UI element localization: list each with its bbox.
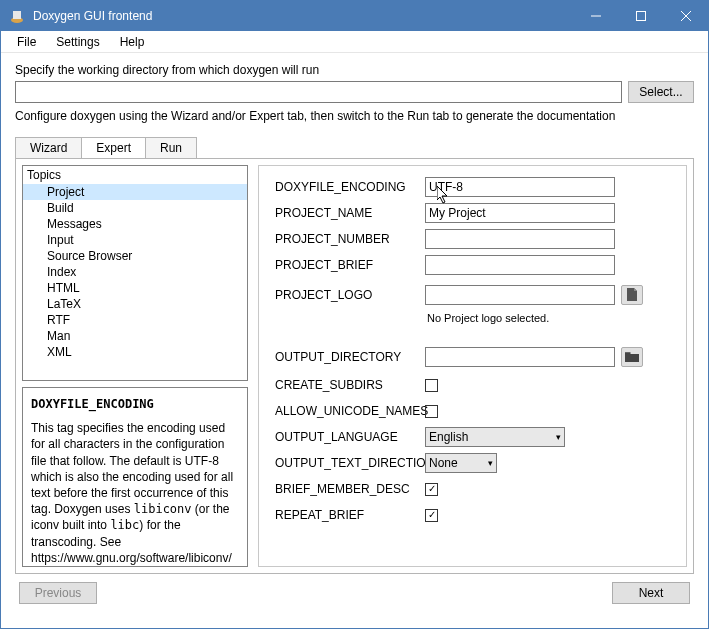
label-output-directory: OUTPUT_DIRECTORY (275, 350, 425, 364)
topic-item[interactable]: Messages (23, 216, 247, 232)
label-project-name: PROJECT_NAME (275, 206, 425, 220)
input-output-directory[interactable] (425, 347, 615, 367)
topic-item[interactable]: HTML (23, 280, 247, 296)
checkbox-brief-member-desc[interactable]: ✓ (425, 483, 438, 496)
tab-body: Topics ProjectBuildMessagesInputSource B… (15, 158, 694, 574)
file-icon (626, 288, 638, 302)
label-allow-unicode-names: ALLOW_UNICODE_NAMES (275, 404, 425, 418)
topics-panel: Topics ProjectBuildMessagesInputSource B… (22, 165, 248, 381)
topics-list[interactable]: ProjectBuildMessagesInputSource BrowserI… (23, 184, 247, 376)
menu-settings[interactable]: Settings (46, 33, 109, 51)
app-icon (9, 8, 25, 24)
tab-wizard[interactable]: Wizard (15, 137, 82, 158)
label-repeat-brief: REPEAT_BRIEF (275, 508, 425, 522)
label-output-text-direction: OUTPUT_TEXT_DIRECTION (275, 456, 425, 470)
topics-title: Topics (23, 166, 247, 184)
minimize-button[interactable] (573, 1, 618, 31)
input-doxyfile-encoding[interactable] (425, 177, 615, 197)
chevron-down-icon: ▾ (556, 432, 561, 442)
topic-item[interactable]: Build (23, 200, 247, 216)
close-button[interactable] (663, 1, 708, 31)
working-dir-input[interactable] (15, 81, 622, 103)
topic-item[interactable]: XML (23, 344, 247, 360)
tab-bar: Wizard Expert Run (15, 137, 694, 158)
checkbox-allow-unicode-names[interactable] (425, 405, 438, 418)
previous-button[interactable]: Previous (19, 582, 97, 604)
label-create-subdirs: CREATE_SUBDIRS (275, 378, 425, 392)
label-project-logo: PROJECT_LOGO (275, 288, 425, 302)
input-project-name[interactable] (425, 203, 615, 223)
configure-text: Configure doxygen using the Wizard and/o… (15, 109, 694, 123)
menu-file[interactable]: File (7, 33, 46, 51)
topic-item[interactable]: LaTeX (23, 296, 247, 312)
help-title: DOXYFILE_ENCODING (31, 396, 239, 412)
browse-logo-button[interactable] (621, 285, 643, 305)
label-output-language: OUTPUT_LANGUAGE (275, 430, 425, 444)
svg-rect-1 (13, 11, 21, 19)
input-project-brief[interactable] (425, 255, 615, 275)
next-button[interactable]: Next (612, 582, 690, 604)
label-project-brief: PROJECT_BRIEF (275, 258, 425, 272)
menubar: File Settings Help (1, 31, 708, 53)
select-output-language[interactable]: English▾ (425, 427, 565, 447)
checkbox-repeat-brief[interactable]: ✓ (425, 509, 438, 522)
topic-item[interactable]: Input (23, 232, 247, 248)
topic-item[interactable]: Project (23, 184, 247, 200)
label-doxyfile-encoding: DOXYFILE_ENCODING (275, 180, 425, 194)
logo-note: No Project logo selected. (427, 312, 674, 324)
tab-expert[interactable]: Expert (81, 137, 146, 158)
label-project-number: PROJECT_NUMBER (275, 232, 425, 246)
tab-run[interactable]: Run (145, 137, 197, 158)
topic-item[interactable]: RTF (23, 312, 247, 328)
working-dir-label: Specify the working directory from which… (15, 63, 694, 77)
checkbox-create-subdirs[interactable] (425, 379, 438, 392)
help-body: This tag specifies the encoding used for… (31, 420, 239, 567)
form-panel: DOXYFILE_ENCODING PROJECT_NAME PROJECT_N… (258, 165, 687, 567)
chevron-down-icon: ▾ (488, 458, 493, 468)
topic-item[interactable]: Index (23, 264, 247, 280)
input-project-logo[interactable] (425, 285, 615, 305)
maximize-button[interactable] (618, 1, 663, 31)
folder-icon (625, 351, 639, 363)
svg-rect-3 (636, 12, 645, 21)
topic-item[interactable]: Man (23, 328, 247, 344)
browse-output-dir-button[interactable] (621, 347, 643, 367)
titlebar: Doxygen GUI frontend (1, 1, 708, 31)
select-output-text-direction[interactable]: None▾ (425, 453, 497, 473)
label-brief-member-desc: BRIEF_MEMBER_DESC (275, 482, 425, 496)
help-panel: DOXYFILE_ENCODING This tag specifies the… (22, 387, 248, 567)
topic-item[interactable]: Source Browser (23, 248, 247, 264)
input-project-number[interactable] (425, 229, 615, 249)
window-title: Doxygen GUI frontend (33, 9, 573, 23)
select-dir-button[interactable]: Select... (628, 81, 694, 103)
menu-help[interactable]: Help (110, 33, 155, 51)
